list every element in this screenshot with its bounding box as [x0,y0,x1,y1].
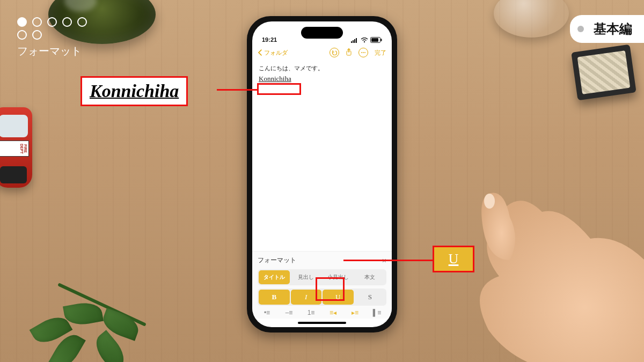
svg-rect-3 [356,38,357,43]
dashed-list-button[interactable]: –≡ [280,309,298,316]
svg-rect-7 [381,39,382,41]
progress-dot [17,30,27,40]
prop-toy-car: FIRE DEPT [0,107,32,188]
share-icon [346,48,352,56]
progress-dot [47,17,57,27]
callout-word-zoom: Konnichiha [80,76,188,106]
svg-rect-6 [371,38,378,42]
note-formatted-word: Konnichiha [259,75,291,83]
progress-dot [32,17,42,27]
chevron-left-icon [258,49,263,56]
prop-clear-glass [494,0,569,38]
strike-button[interactable]: S [355,290,386,305]
undo-icon [332,50,337,55]
format-title: フォーマット [258,256,296,265]
highlight-note-word [257,83,301,95]
status-time: 19:21 [262,36,277,43]
done-button[interactable]: 完了 [375,49,386,57]
svg-rect-1 [353,40,354,43]
indent-left-button[interactable]: ≡◂ [324,309,342,316]
list-alignment-row: •≡ –≡ 1≡ ≡◂ ▸≡ ▌≡ [258,309,386,316]
bulleted-list-button[interactable]: •≡ [258,309,276,316]
dynamic-island [301,27,343,39]
ellipsis-icon [361,50,366,55]
chapter-pill: 基本編 [570,15,644,43]
progress-label: フォーマット [17,44,87,58]
highlight-underline-button [316,277,345,301]
svg-rect-0 [351,41,352,43]
indent-right-button[interactable]: ▸≡ [346,309,364,316]
svg-point-12 [484,194,495,209]
svg-point-4 [364,41,365,42]
progress-dot [32,30,42,40]
svg-point-11 [364,52,365,53]
chapter-label: 基本編 [594,21,632,36]
style-title-button[interactable]: タイトル [259,270,290,284]
back-button[interactable]: フォルダ [258,49,288,57]
battery-icon [370,37,382,43]
prop-stamp-pad [571,45,636,100]
share-button[interactable] [346,48,352,57]
progress-dot [77,17,87,27]
note-line: こんにちは、マメです。 [259,64,385,72]
toy-car-label: FIRE DEPT [0,141,29,157]
pill-bullet-icon [577,26,584,32]
callout-underline-zoom: U [433,246,474,272]
progress-indicator: フォーマット [17,17,87,58]
progress-dot [17,17,27,27]
notes-navbar: フォルダ 完了 [252,44,392,61]
bold-button[interactable]: B [259,290,290,305]
back-label: フォルダ [264,49,288,57]
signal-icon [351,38,358,43]
wifi-icon [361,38,368,43]
svg-point-10 [363,52,364,53]
undo-button[interactable] [330,48,339,57]
connector-line [343,260,435,261]
numbered-list-button[interactable]: 1≡ [302,309,320,316]
connector-line [217,89,257,91]
more-button[interactable] [358,48,368,57]
prop-leaves [32,282,182,362]
home-indicator [298,322,346,324]
svg-rect-2 [354,39,355,43]
style-body-button[interactable]: 本文 [355,270,386,284]
progress-dot [62,17,72,27]
block-quote-button[interactable]: ▌≡ [368,309,386,316]
svg-point-9 [361,52,362,53]
